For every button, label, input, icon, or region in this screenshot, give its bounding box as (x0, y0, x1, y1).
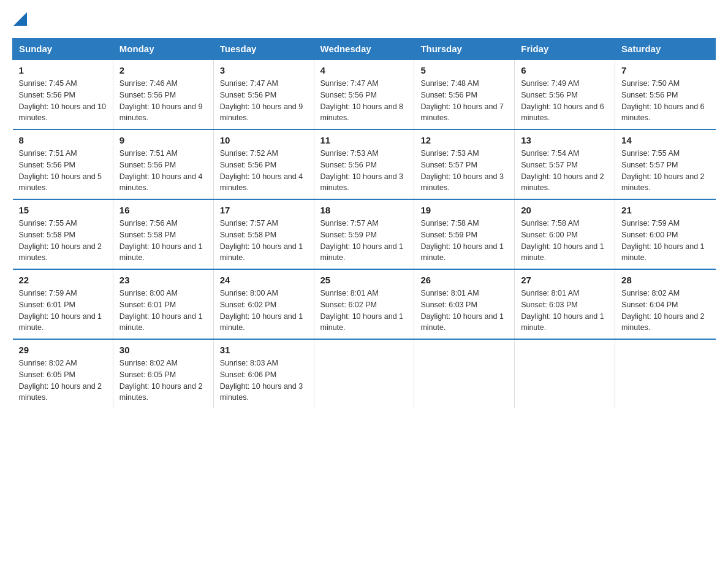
page-header (12, 12, 716, 28)
day-info: Sunrise: 7:59 AMSunset: 6:01 PMDaylight:… (19, 289, 102, 332)
day-cell (314, 339, 414, 408)
week-row-1: 1 Sunrise: 7:45 AMSunset: 5:56 PMDayligh… (13, 59, 716, 129)
day-cell: 14 Sunrise: 7:55 AMSunset: 5:57 PMDaylig… (615, 129, 716, 199)
day-info: Sunrise: 7:57 AMSunset: 5:59 PMDaylight:… (320, 219, 404, 262)
day-number: 10 (220, 135, 308, 145)
logo-triangle-icon (13, 12, 27, 26)
week-row-3: 15 Sunrise: 7:55 AMSunset: 5:58 PMDaylig… (13, 199, 716, 269)
day-info: Sunrise: 8:02 AMSunset: 6:05 PMDaylight:… (19, 359, 102, 402)
day-info: Sunrise: 8:00 AMSunset: 6:02 PMDaylight:… (220, 289, 303, 332)
day-number: 1 (19, 65, 107, 75)
day-cell: 3 Sunrise: 7:47 AMSunset: 5:56 PMDayligh… (213, 59, 314, 129)
day-info: Sunrise: 8:01 AMSunset: 6:03 PMDaylight:… (420, 289, 504, 332)
day-cell: 18 Sunrise: 7:57 AMSunset: 5:59 PMDaylig… (314, 199, 414, 269)
header-cell-sunday: Sunday (13, 39, 113, 60)
day-cell: 11 Sunrise: 7:53 AMSunset: 5:56 PMDaylig… (314, 129, 414, 199)
day-info: Sunrise: 7:51 AMSunset: 5:56 PMDaylight:… (19, 149, 102, 192)
day-number: 6 (521, 65, 609, 75)
day-cell: 15 Sunrise: 7:55 AMSunset: 5:58 PMDaylig… (13, 199, 113, 269)
header-cell-tuesday: Tuesday (213, 39, 314, 60)
day-cell: 24 Sunrise: 8:00 AMSunset: 6:02 PMDaylig… (213, 269, 314, 339)
day-cell: 29 Sunrise: 8:02 AMSunset: 6:05 PMDaylig… (13, 339, 113, 408)
day-info: Sunrise: 7:53 AMSunset: 5:57 PMDaylight:… (420, 149, 504, 192)
day-number: 16 (119, 205, 207, 215)
day-number: 30 (119, 345, 207, 355)
header-cell-wednesday: Wednesday (314, 39, 414, 60)
day-number: 5 (420, 65, 508, 75)
day-info: Sunrise: 8:02 AMSunset: 6:04 PMDaylight:… (621, 289, 705, 332)
header-cell-saturday: Saturday (615, 39, 716, 60)
day-number: 25 (320, 275, 408, 285)
day-info: Sunrise: 8:01 AMSunset: 6:02 PMDaylight:… (320, 289, 404, 332)
day-info: Sunrise: 7:57 AMSunset: 5:58 PMDaylight:… (220, 219, 303, 262)
day-number: 19 (420, 205, 508, 215)
day-number: 23 (119, 275, 207, 285)
day-cell: 17 Sunrise: 7:57 AMSunset: 5:58 PMDaylig… (213, 199, 314, 269)
day-info: Sunrise: 7:58 AMSunset: 5:59 PMDaylight:… (420, 219, 504, 262)
week-row-4: 22 Sunrise: 7:59 AMSunset: 6:01 PMDaylig… (13, 269, 716, 339)
day-number: 9 (119, 135, 207, 145)
day-cell: 27 Sunrise: 8:01 AMSunset: 6:03 PMDaylig… (515, 269, 615, 339)
day-cell: 25 Sunrise: 8:01 AMSunset: 6:02 PMDaylig… (314, 269, 414, 339)
day-number: 3 (220, 65, 308, 75)
day-info: Sunrise: 7:50 AMSunset: 5:56 PMDaylight:… (621, 79, 705, 122)
day-cell: 22 Sunrise: 7:59 AMSunset: 6:01 PMDaylig… (13, 269, 113, 339)
day-number: 15 (19, 205, 107, 215)
day-cell: 21 Sunrise: 7:59 AMSunset: 6:00 PMDaylig… (615, 199, 716, 269)
day-number: 31 (220, 345, 308, 355)
day-number: 12 (420, 135, 508, 145)
day-info: Sunrise: 8:03 AMSunset: 6:06 PMDaylight:… (220, 359, 303, 402)
day-number: 24 (220, 275, 308, 285)
day-info: Sunrise: 7:54 AMSunset: 5:57 PMDaylight:… (521, 149, 604, 192)
day-number: 21 (621, 205, 709, 215)
day-cell: 4 Sunrise: 7:47 AMSunset: 5:56 PMDayligh… (314, 59, 414, 129)
day-cell: 2 Sunrise: 7:46 AMSunset: 5:56 PMDayligh… (113, 59, 213, 129)
day-info: Sunrise: 7:49 AMSunset: 5:56 PMDaylight:… (521, 79, 604, 122)
day-number: 28 (621, 275, 709, 285)
day-number: 20 (521, 205, 609, 215)
day-number: 18 (320, 205, 408, 215)
day-cell: 8 Sunrise: 7:51 AMSunset: 5:56 PMDayligh… (13, 129, 113, 199)
day-number: 29 (19, 345, 107, 355)
day-cell: 10 Sunrise: 7:52 AMSunset: 5:56 PMDaylig… (213, 129, 314, 199)
day-cell: 20 Sunrise: 7:58 AMSunset: 6:00 PMDaylig… (515, 199, 615, 269)
day-info: Sunrise: 7:58 AMSunset: 6:00 PMDaylight:… (521, 219, 604, 262)
day-info: Sunrise: 7:47 AMSunset: 5:56 PMDaylight:… (320, 79, 404, 122)
week-row-2: 8 Sunrise: 7:51 AMSunset: 5:56 PMDayligh… (13, 129, 716, 199)
day-cell: 6 Sunrise: 7:49 AMSunset: 5:56 PMDayligh… (515, 59, 615, 129)
day-cell: 23 Sunrise: 8:00 AMSunset: 6:01 PMDaylig… (113, 269, 213, 339)
day-cell: 16 Sunrise: 7:56 AMSunset: 5:58 PMDaylig… (113, 199, 213, 269)
logo (12, 12, 27, 28)
day-info: Sunrise: 7:48 AMSunset: 5:56 PMDaylight:… (420, 79, 504, 122)
day-info: Sunrise: 7:47 AMSunset: 5:56 PMDaylight:… (220, 79, 303, 122)
day-info: Sunrise: 7:52 AMSunset: 5:56 PMDaylight:… (220, 149, 303, 192)
calendar-header: SundayMondayTuesdayWednesdayThursdayFrid… (13, 39, 716, 60)
day-cell: 30 Sunrise: 8:02 AMSunset: 6:05 PMDaylig… (113, 339, 213, 408)
day-cell (615, 339, 716, 408)
day-number: 22 (19, 275, 107, 285)
day-info: Sunrise: 7:59 AMSunset: 6:00 PMDaylight:… (621, 219, 705, 262)
calendar-table: SundayMondayTuesdayWednesdayThursdayFrid… (12, 38, 716, 408)
day-info: Sunrise: 8:01 AMSunset: 6:03 PMDaylight:… (521, 289, 604, 332)
svg-marker-0 (13, 12, 27, 26)
day-number: 2 (119, 65, 207, 75)
day-info: Sunrise: 7:45 AMSunset: 5:56 PMDaylight:… (19, 79, 106, 122)
day-cell: 31 Sunrise: 8:03 AMSunset: 6:06 PMDaylig… (213, 339, 314, 408)
day-number: 26 (420, 275, 508, 285)
day-number: 7 (621, 65, 709, 75)
day-cell (515, 339, 615, 408)
day-cell: 26 Sunrise: 8:01 AMSunset: 6:03 PMDaylig… (414, 269, 515, 339)
header-cell-thursday: Thursday (414, 39, 515, 60)
week-row-5: 29 Sunrise: 8:02 AMSunset: 6:05 PMDaylig… (13, 339, 716, 408)
day-info: Sunrise: 8:02 AMSunset: 6:05 PMDaylight:… (119, 359, 203, 402)
day-number: 13 (521, 135, 609, 145)
day-number: 14 (621, 135, 709, 145)
day-cell: 1 Sunrise: 7:45 AMSunset: 5:56 PMDayligh… (13, 59, 113, 129)
day-cell: 13 Sunrise: 7:54 AMSunset: 5:57 PMDaylig… (515, 129, 615, 199)
day-info: Sunrise: 7:46 AMSunset: 5:56 PMDaylight:… (119, 79, 203, 122)
day-cell: 9 Sunrise: 7:51 AMSunset: 5:56 PMDayligh… (113, 129, 213, 199)
header-cell-friday: Friday (515, 39, 615, 60)
day-cell (414, 339, 515, 408)
header-row: SundayMondayTuesdayWednesdayThursdayFrid… (13, 39, 716, 60)
day-cell: 28 Sunrise: 8:02 AMSunset: 6:04 PMDaylig… (615, 269, 716, 339)
